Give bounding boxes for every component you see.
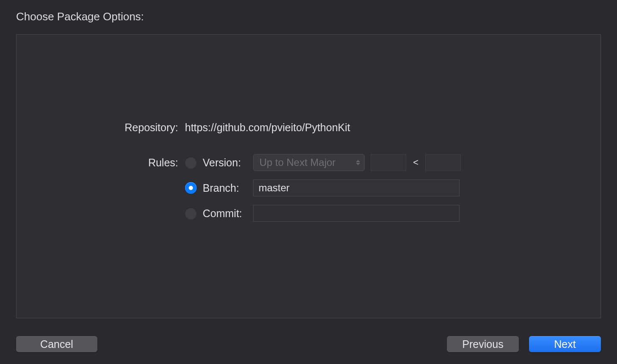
- version-range-separator: <: [412, 157, 419, 168]
- package-options-dialog: Choose Package Options: Repository: http…: [0, 0, 617, 364]
- repository-label: Repository:: [33, 121, 178, 134]
- branch-input[interactable]: [253, 179, 460, 196]
- version-dropdown-value: Up to Next Major: [259, 157, 336, 168]
- commit-radio[interactable]: [185, 207, 197, 219]
- version-radio[interactable]: [185, 157, 197, 168]
- content-panel: Repository: https://github.com/pvieito/P…: [16, 34, 601, 318]
- version-dropdown[interactable]: Up to Next Major: [253, 154, 365, 171]
- rules-version-row: Rules: Version: Up to Next Major <: [33, 154, 584, 171]
- version-label: Version:: [203, 157, 247, 169]
- cancel-button[interactable]: Cancel: [16, 336, 97, 352]
- dialog-title: Choose Package Options:: [16, 10, 601, 23]
- rules-commit-row: Commit:: [33, 205, 584, 222]
- commit-label: Commit:: [203, 207, 247, 220]
- form-area: Repository: https://github.com/pvieito/P…: [17, 121, 600, 230]
- version-upper-input[interactable]: [425, 154, 461, 171]
- commit-input[interactable]: [253, 205, 460, 222]
- repository-value: https://github.com/pvieito/PythonKit: [185, 121, 350, 134]
- repository-row: Repository: https://github.com/pvieito/P…: [33, 121, 584, 134]
- branch-radio[interactable]: [185, 182, 197, 194]
- version-lower-input[interactable]: [371, 154, 406, 171]
- previous-button[interactable]: Previous: [447, 336, 519, 352]
- branch-label: Branch:: [203, 182, 247, 194]
- dialog-buttons: Cancel Previous Next: [16, 336, 601, 352]
- next-button[interactable]: Next: [529, 336, 601, 352]
- rules-label: Rules:: [33, 157, 178, 169]
- rules-branch-row: Branch:: [33, 179, 584, 196]
- dropdown-arrows-icon: [356, 160, 360, 165]
